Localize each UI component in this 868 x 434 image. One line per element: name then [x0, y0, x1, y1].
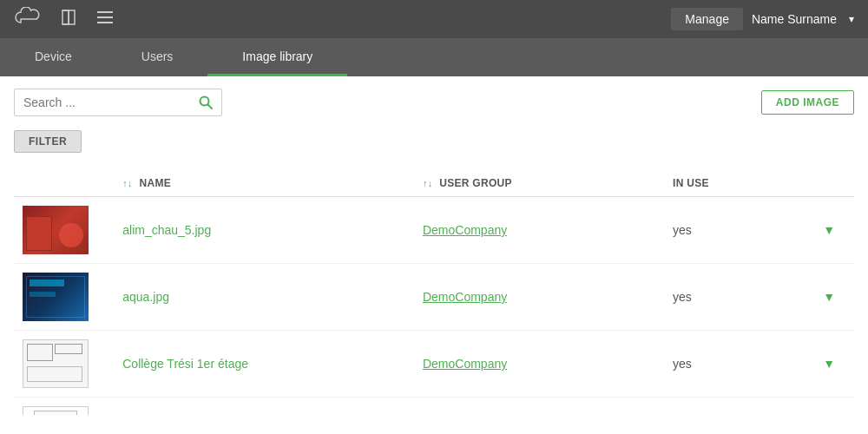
search-box — [14, 89, 222, 116]
svg-line-6 — [208, 105, 213, 109]
name-cell[interactable]: alim_chau_5.jpg — [114, 197, 414, 264]
user-menu-chevron-icon[interactable]: ▾ — [849, 13, 854, 25]
main-content: ADD IMAGE FILTER ↑↓ NAME ↑↓ USER GROUP — [0, 76, 868, 434]
action-cell: ▼ — [804, 264, 854, 331]
user-group-sort-icon: ↑↓ — [423, 178, 433, 188]
sub-navbar: Device Users Image library — [0, 38, 868, 76]
thumbnail-cell — [14, 331, 114, 398]
name-sort-icon: ↑↓ — [122, 178, 133, 188]
in-use-column-header: IN USE — [664, 170, 804, 197]
table-header-row: ↑↓ NAME ↑↓ USER GROUP IN USE — [14, 170, 854, 197]
image-table: ↑↓ NAME ↑↓ USER GROUP IN USE — [14, 170, 854, 415]
user-name: Name Surname — [752, 12, 837, 26]
user-group-cell: DemoCompany — [414, 197, 664, 264]
list-icon[interactable] — [95, 10, 115, 30]
name-cell[interactable]: aqua.jpg — [114, 264, 414, 331]
action-cell: ▼ — [804, 398, 854, 416]
cloud-icon[interactable] — [14, 7, 42, 32]
manage-button[interactable]: Manage — [671, 8, 743, 30]
in-use-cell: yes — [664, 197, 804, 264]
in-use-cell: yes — [664, 264, 804, 331]
action-cell: ▼ — [804, 331, 854, 398]
filter-button[interactable]: FILTER — [14, 130, 82, 153]
top-nav-right: Manage Name Surname ▾ — [671, 8, 854, 30]
subnav-users[interactable]: Users — [107, 38, 208, 76]
user-group-link[interactable]: DemoCompany — [423, 357, 507, 371]
book-icon[interactable] — [59, 8, 78, 31]
in-use-cell: no — [664, 398, 804, 416]
user-group-link[interactable]: DemoCompany — [423, 290, 507, 304]
table-body: alim_chau_5.jpg DemoCompany yes ▼ aqua.j… — [14, 197, 854, 416]
search-button[interactable] — [190, 89, 221, 115]
row-dropdown-icon[interactable]: ▼ — [823, 223, 835, 237]
name-column-header[interactable]: ↑↓ NAME — [114, 170, 414, 197]
toolbar-right: ADD IMAGE — [761, 90, 854, 115]
row-dropdown-icon[interactable]: ▼ — [823, 290, 835, 304]
add-image-button[interactable]: ADD IMAGE — [761, 90, 854, 115]
user-group-cell: DemoCompany — [414, 398, 664, 416]
search-input[interactable] — [15, 89, 190, 115]
top-nav-left — [14, 7, 115, 32]
table-row: aqua.jpg DemoCompany yes ▼ — [14, 264, 854, 331]
name-cell[interactable]: Collège Trési 1er étage — [114, 331, 414, 398]
user-group-cell: DemoCompany — [414, 264, 664, 331]
user-group-column-header[interactable]: ↑↓ USER GROUP — [414, 170, 664, 197]
subnav-device[interactable]: Device — [0, 38, 107, 76]
subnav-image-library[interactable]: Image library — [207, 38, 347, 76]
table-row: alim_chau_5.jpg DemoCompany yes ▼ — [14, 197, 854, 264]
thumbnail-column-header — [14, 170, 114, 197]
toolbar: ADD IMAGE — [14, 89, 854, 116]
thumbnail-cell — [14, 197, 114, 264]
action-column-header — [804, 170, 854, 197]
table-row: Collège Trési Chauffage DemoCompany no ▼ — [14, 398, 854, 416]
user-group-link[interactable]: DemoCompany — [423, 223, 507, 237]
row-dropdown-icon[interactable]: ▼ — [823, 357, 835, 371]
name-cell[interactable]: Collège Trési Chauffage — [114, 398, 414, 416]
in-use-cell: yes — [664, 331, 804, 398]
image-table-wrapper: ↑↓ NAME ↑↓ USER GROUP IN USE — [14, 163, 854, 415]
user-group-cell: DemoCompany — [414, 331, 664, 398]
top-navbar: Manage Name Surname ▾ — [0, 0, 868, 38]
toolbar-left — [14, 89, 222, 116]
action-cell: ▼ — [804, 197, 854, 264]
thumbnail-cell — [14, 398, 114, 416]
table-row: Collège Trési 1er étage DemoCompany yes … — [14, 331, 854, 398]
thumbnail-cell — [14, 264, 114, 331]
